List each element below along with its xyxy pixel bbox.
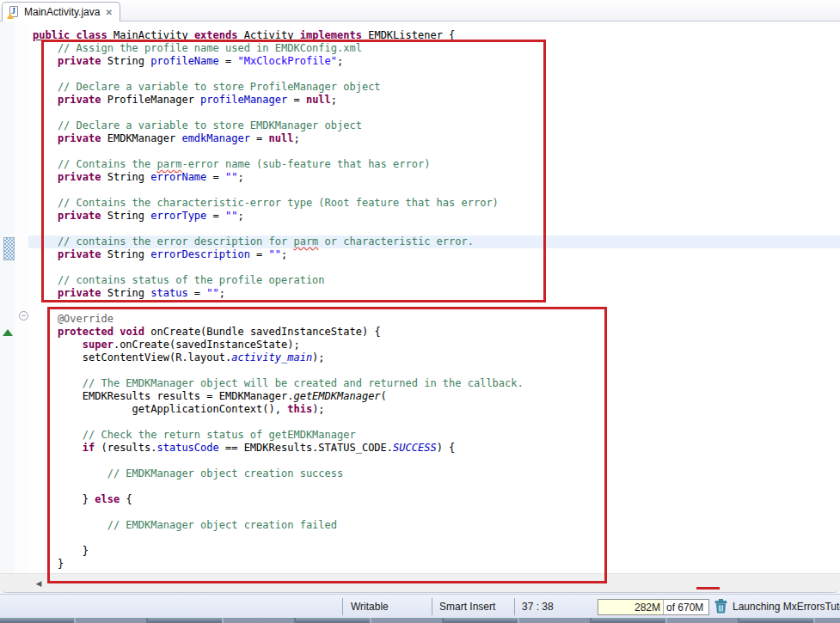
warning-triangle-icon <box>7 13 14 19</box>
tab-close-icon[interactable]: ✕ <box>104 8 113 17</box>
insert-mode-status: Smart Insert <box>439 601 495 613</box>
run-garbage-collector-button[interactable] <box>714 599 727 614</box>
editor-tab-bar: J MainActivity.java ✕ <box>0 0 840 21</box>
range-indicator-marker <box>3 237 15 260</box>
launch-progress-status: Launching MxErrorsTutor <box>733 601 840 613</box>
heap-status-widget: 282M of 670M <box>598 599 709 615</box>
heap-total-value: of 670M <box>664 600 703 614</box>
statusbar-divider <box>342 598 343 615</box>
collapse-fold-icon[interactable]: − <box>19 311 28 321</box>
eclipse-editor-window: J MainActivity.java ✕ − public class Mai… <box>0 0 840 623</box>
java-file-warning-icon: J <box>7 5 20 19</box>
annotation-box-member-fields <box>41 40 546 302</box>
tab-label: MainActivity.java <box>24 6 100 18</box>
caret-position-status: 37 : 38 <box>522 601 554 613</box>
annotation-box-oncreate-method <box>47 307 607 583</box>
annotation-mark-fragment <box>696 587 720 589</box>
heap-used-value: 282M <box>598 600 664 614</box>
statusbar-divider <box>514 598 515 615</box>
override-indicator-icon <box>3 329 13 336</box>
writable-status: Writable <box>351 601 389 613</box>
windows-taskbar-edge <box>0 618 840 623</box>
tab-mainactivity[interactable]: J MainActivity.java ✕ <box>2 2 120 21</box>
statusbar-divider <box>432 598 432 615</box>
annotation-ruler <box>0 21 15 574</box>
folding-ruler: − <box>15 21 28 574</box>
scroll-left-arrow-icon[interactable]: ◀ <box>33 577 45 589</box>
trash-icon <box>714 599 727 614</box>
status-bar: Writable Smart Insert 37 : 38 282M of 67… <box>0 594 840 618</box>
